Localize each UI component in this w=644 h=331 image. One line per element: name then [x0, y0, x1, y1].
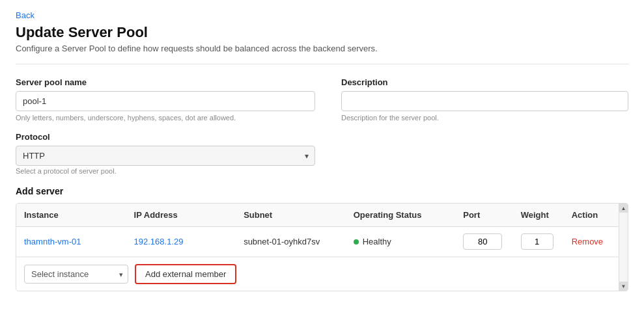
col-header-weight: Weight: [513, 204, 564, 227]
remove-button[interactable]: Remove: [572, 237, 603, 246]
weight-input[interactable]: [521, 233, 553, 250]
port-input[interactable]: [463, 233, 502, 250]
col-header-port: Port: [455, 204, 512, 227]
pool-name-input[interactable]: [16, 91, 315, 111]
pool-name-label: Server pool name: [16, 77, 315, 87]
protocol-label: Protocol: [16, 132, 628, 142]
col-header-instance: Instance: [16, 204, 126, 227]
scroll-down-button[interactable]: ▼: [619, 282, 628, 291]
pool-name-hint: Only letters, numbers, underscore, hyphe…: [16, 114, 315, 122]
instance-link[interactable]: thamnth-vm-01: [24, 237, 81, 246]
status-dot: [354, 239, 359, 245]
description-label: Description: [341, 77, 628, 87]
col-header-subnet: Subnet: [236, 204, 346, 227]
col-header-action: Action: [564, 204, 619, 227]
col-header-ip: IP Address: [126, 204, 236, 227]
status-badge: Healthy: [354, 237, 448, 246]
description-input[interactable]: [341, 91, 628, 111]
ip-address-link[interactable]: 192.168.1.29: [134, 237, 184, 246]
server-table-container: Instance IP Address Subnet Operating Sta…: [16, 203, 628, 291]
scrollbar-track: ▲ ▼: [619, 204, 628, 291]
status-text: Healthy: [363, 237, 391, 246]
select-instance-dropdown[interactable]: Select instance: [24, 265, 128, 284]
page-subtitle: Configure a Server Pool to define how re…: [16, 44, 628, 53]
add-server-title: Add server: [16, 186, 628, 196]
back-link[interactable]: Back: [16, 10, 35, 20]
table-row: thamnth-vm-01 192.168.1.29 subnet-01-oyh…: [16, 227, 619, 257]
description-hint: Description for the server pool.: [341, 114, 628, 122]
protocol-select[interactable]: HTTP HTTPS TCP: [16, 146, 315, 166]
protocol-hint: Select a protocol of server pool.: [16, 167, 117, 175]
scroll-up-button[interactable]: ▲: [619, 204, 628, 213]
table-header-row: Instance IP Address Subnet Operating Sta…: [16, 204, 619, 227]
subnet-cell: subnet-01-oyhkd7sv: [236, 227, 346, 257]
select-instance-wrapper: Select instance ▾: [24, 265, 128, 284]
page-title: Update Server Pool: [16, 24, 628, 41]
add-external-member-button[interactable]: Add external member: [135, 264, 236, 284]
col-header-status: Operating Status: [346, 204, 456, 227]
action-row: Select instance ▾ Add external member: [16, 257, 628, 291]
